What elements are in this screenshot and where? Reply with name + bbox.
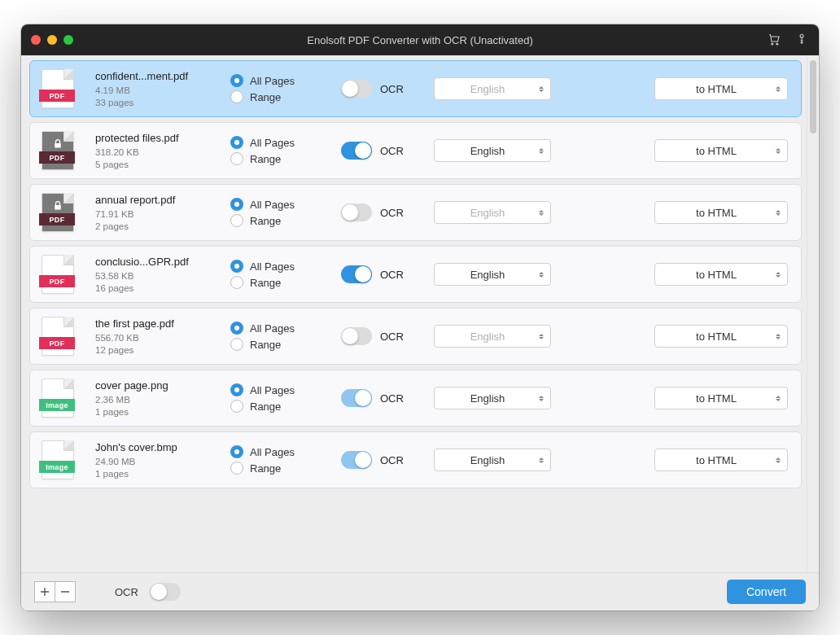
language-select[interactable]: English [434, 387, 551, 409]
remove-file-button[interactable] [55, 581, 76, 602]
range-radio[interactable]: Range [230, 462, 320, 475]
all-pages-radio[interactable]: All Pages [230, 383, 320, 396]
file-row[interactable]: PDFannual report.pdf71.91 KB2 pagesAll P… [29, 184, 802, 241]
file-size: 24.90 MB [95, 457, 209, 466]
scrollbar-thumb[interactable] [810, 60, 816, 133]
svg-point-2 [800, 34, 803, 37]
file-size: 53.58 KB [95, 271, 209, 281]
window-title: Enolsoft PDF Converter with OCR (Unactiv… [73, 34, 767, 46]
file-name: the first page.pdf [95, 317, 209, 330]
format-select[interactable]: to HTML [654, 387, 788, 409]
format-select[interactable]: to HTML [654, 449, 788, 471]
chevron-updown-icon [776, 271, 781, 278]
svg-point-1 [777, 42, 778, 44]
file-meta: the first page.pdf556.70 KB12 pages [95, 317, 209, 355]
file-row[interactable]: ImageJohn's cover.bmp24.90 MB1 pagesAll … [29, 431, 802, 488]
range-radio[interactable]: Range [230, 400, 320, 413]
range-radio[interactable]: Range [230, 276, 320, 289]
format-select[interactable]: to HTML [654, 325, 788, 348]
ocr-label: OCR [380, 454, 404, 466]
traffic-lights [31, 35, 73, 45]
app-window: Enolsoft PDF Converter with OCR (Unactiv… [21, 24, 819, 611]
file-pages: 5 pages [95, 160, 209, 169]
ocr-label: OCR [380, 83, 404, 95]
cart-icon[interactable] [767, 32, 781, 49]
ocr-toggle[interactable] [341, 80, 372, 98]
file-size: 556.70 KB [95, 333, 209, 343]
file-meta: protected files.pdf318.20 KB5 pages [95, 132, 209, 169]
ocr-toggle[interactable] [341, 142, 372, 160]
format-select[interactable]: to HTML [654, 139, 788, 162]
all-pages-radio[interactable]: All Pages [230, 260, 320, 273]
scrollbar-track[interactable] [807, 55, 819, 572]
all-pages-radio[interactable]: All Pages [230, 322, 320, 335]
ocr-label: OCR [380, 269, 404, 281]
all-pages-radio[interactable]: All Pages [230, 74, 320, 87]
chevron-updown-icon [539, 85, 544, 92]
footer-ocr-toggle[interactable] [150, 583, 181, 601]
file-type-badge: PDF [39, 90, 75, 102]
language-select[interactable]: English [434, 325, 551, 348]
file-type-badge: Image [39, 399, 75, 411]
footer-ocr-label: OCR [115, 586, 138, 598]
language-select[interactable]: English [434, 449, 551, 471]
content-area: PDFconfident...ment.pdf4.19 MB33 pagesAl… [21, 55, 819, 572]
range-radio[interactable]: Range [230, 338, 320, 351]
chevron-updown-icon [539, 333, 544, 339]
page-range-group: All PagesRange [230, 256, 320, 292]
page-range-group: All PagesRange [230, 380, 320, 416]
file-type-badge: PDF [39, 337, 75, 349]
ocr-toggle[interactable] [341, 204, 372, 221]
ocr-toggle[interactable] [341, 327, 372, 345]
chevron-updown-icon [776, 395, 781, 401]
minimize-button[interactable] [47, 35, 57, 45]
page-range-group: All PagesRange [230, 195, 320, 230]
language-select[interactable]: English [434, 139, 551, 162]
chevron-updown-icon [776, 147, 781, 154]
ocr-toggle[interactable] [341, 389, 372, 407]
page-range-group: All PagesRange [230, 318, 320, 354]
svg-point-0 [772, 42, 773, 44]
page-range-group: All PagesRange [230, 442, 320, 478]
file-row[interactable]: PDFconfident...ment.pdf4.19 MB33 pagesAl… [29, 60, 802, 117]
chevron-updown-icon [776, 333, 781, 339]
key-icon[interactable] [794, 32, 809, 49]
language-select[interactable]: English [434, 263, 551, 286]
add-file-button[interactable] [34, 581, 55, 602]
format-select[interactable]: to HTML [654, 201, 788, 224]
file-row[interactable]: PDFthe first page.pdf556.70 KB12 pagesAl… [29, 308, 802, 365]
format-select[interactable]: to HTML [654, 263, 788, 286]
close-button[interactable] [31, 35, 41, 45]
range-radio[interactable]: Range [230, 152, 320, 165]
format-select[interactable]: to HTML [654, 77, 788, 100]
file-row[interactable]: Imagecover page.png2.36 MB1 pagesAll Pag… [29, 370, 802, 427]
file-name: protected files.pdf [95, 132, 209, 144]
lock-icon [52, 138, 64, 152]
range-radio[interactable]: Range [230, 214, 320, 227]
chevron-updown-icon [539, 395, 544, 401]
file-pages: 2 pages [95, 221, 209, 231]
file-type-badge: Image [39, 461, 75, 473]
range-radio[interactable]: Range [230, 90, 320, 103]
language-select[interactable]: English [434, 77, 551, 100]
all-pages-radio[interactable]: All Pages [230, 198, 320, 211]
chevron-updown-icon [776, 457, 781, 463]
all-pages-radio[interactable]: All Pages [230, 445, 320, 458]
file-row[interactable]: PDFconclusio...GPR.pdf53.58 KB16 pagesAl… [29, 246, 802, 303]
ocr-toggle[interactable] [341, 451, 372, 469]
page-range-group: All PagesRange [230, 71, 320, 107]
file-pages: 16 pages [95, 283, 209, 293]
file-meta: cover page.png2.36 MB1 pages [95, 379, 209, 417]
ocr-toggle[interactable] [341, 265, 372, 283]
ocr-label: OCR [380, 330, 404, 343]
file-size: 2.36 MB [95, 395, 209, 405]
convert-button[interactable]: Convert [727, 580, 806, 604]
file-meta: conclusio...GPR.pdf53.58 KB16 pages [95, 256, 209, 293]
language-select[interactable]: English [434, 201, 551, 224]
zoom-button[interactable] [63, 35, 73, 45]
file-list: PDFconfident...ment.pdf4.19 MB33 pagesAl… [21, 55, 807, 572]
file-type-icon: Image [42, 440, 74, 479]
all-pages-radio[interactable]: All Pages [230, 136, 320, 149]
file-type-badge: PDF [39, 151, 75, 164]
file-row[interactable]: PDFprotected files.pdf318.20 KB5 pagesAl… [29, 122, 802, 179]
